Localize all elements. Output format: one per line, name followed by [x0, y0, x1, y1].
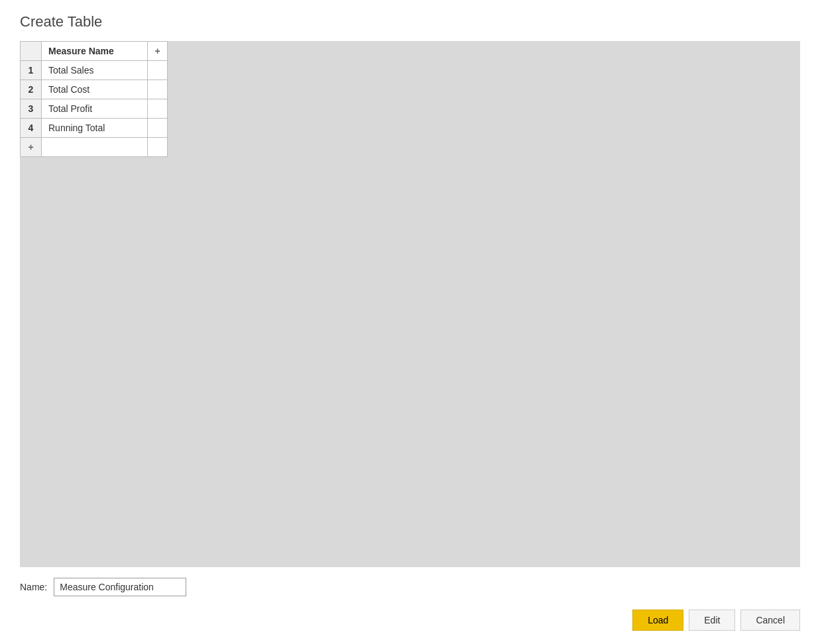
- row-number: 3: [21, 99, 42, 119]
- table-row: 3 Total Profit: [21, 99, 168, 119]
- edit-button[interactable]: Edit: [689, 610, 735, 631]
- table-row: 1 Total Sales: [21, 61, 168, 80]
- bottom-section: Name: Load Edit Cancel: [20, 578, 800, 631]
- extra-cell: [148, 61, 168, 80]
- name-row: Name:: [20, 578, 800, 596]
- measure-name-cell[interactable]: Total Cost: [42, 80, 148, 99]
- row-number: 1: [21, 61, 42, 80]
- name-label: Name:: [20, 582, 47, 592]
- table-row: 2 Total Cost: [21, 80, 168, 99]
- measure-name-header: Measure Name: [42, 42, 148, 61]
- table-row: 4 Running Total: [21, 119, 168, 138]
- measure-name-cell[interactable]: Total Profit: [42, 99, 148, 119]
- page-title: Create Table: [20, 13, 800, 30]
- row-num-header: [21, 42, 42, 61]
- add-row-icon[interactable]: +: [21, 138, 42, 157]
- measure-name-cell[interactable]: Total Sales: [42, 61, 148, 80]
- main-content: Measure Name + 1 Total Sales 2 Total Cos…: [20, 41, 800, 567]
- row-number: 2: [21, 80, 42, 99]
- add-row-cell[interactable]: [42, 138, 148, 157]
- button-row: Load Edit Cancel: [20, 610, 800, 631]
- extra-cell: [148, 99, 168, 119]
- cancel-button[interactable]: Cancel: [740, 610, 800, 631]
- extra-cell: [148, 80, 168, 99]
- measure-table: Measure Name + 1 Total Sales 2 Total Cos…: [20, 41, 168, 157]
- add-row[interactable]: +: [21, 138, 168, 157]
- extra-cell: [148, 119, 168, 138]
- measure-name-cell[interactable]: Running Total: [42, 119, 148, 138]
- load-button[interactable]: Load: [632, 610, 683, 631]
- add-column-button[interactable]: +: [148, 42, 168, 61]
- name-input[interactable]: [54, 578, 186, 596]
- page-container: Create Table Measure Name + 1 Total Sale…: [0, 0, 820, 644]
- row-number: 4: [21, 119, 42, 138]
- extra-cell: [148, 138, 168, 157]
- table-wrapper: Measure Name + 1 Total Sales 2 Total Cos…: [20, 41, 168, 157]
